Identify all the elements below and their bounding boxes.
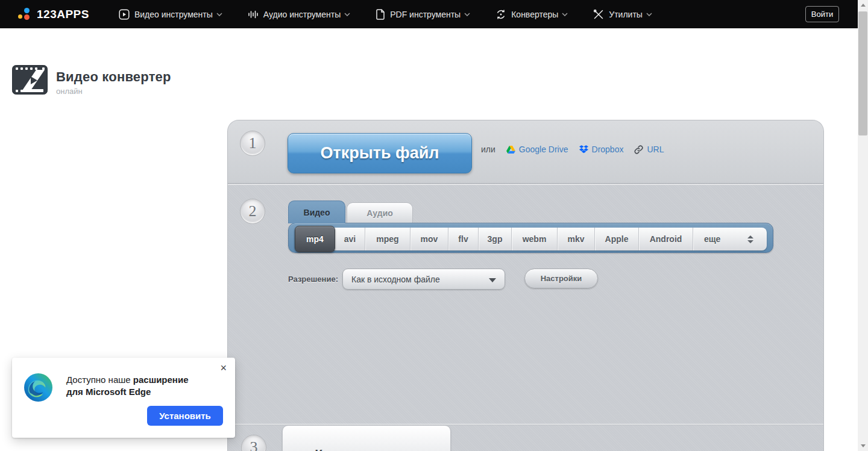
dropbox-icon <box>579 145 588 154</box>
format-bar: mp4 avi mpeg mov flv 3gp webm mkv Apple … <box>288 223 773 253</box>
dropdown-arrow-icon <box>489 278 496 282</box>
login-button[interactable]: Войти <box>805 6 839 22</box>
audio-tools-icon <box>248 9 259 20</box>
microsoft-edge-icon <box>24 373 52 402</box>
format-android[interactable]: Android <box>639 228 693 250</box>
link-icon <box>634 145 643 154</box>
popup-text-bold2: для Microsoft Edge <box>66 386 189 398</box>
nav-menu: Видео инструменты Аудио инструменты PDF … <box>106 9 665 20</box>
scroll-up-icon[interactable] <box>858 0 868 10</box>
popup-message: Доступно наше расширение для Microsoft E… <box>66 374 189 399</box>
nav-item-video-tools[interactable]: Видео инструменты <box>106 9 235 20</box>
page-subtitle: онлайн <box>56 87 171 96</box>
chevron-down-icon <box>562 13 568 16</box>
nav-item-utilities[interactable]: Утилиты <box>580 9 665 20</box>
format-webm[interactable]: webm <box>512 228 558 250</box>
popup-text-normal: Доступно наше <box>66 375 133 385</box>
format-mkv[interactable]: mkv <box>558 228 595 250</box>
video-converter-icon <box>12 65 48 97</box>
page-header: Видео конвертер онлайн <box>12 65 171 97</box>
nav-label: PDF инструменты <box>390 10 461 19</box>
resolution-label: Разрешение: <box>288 275 338 284</box>
tab-audio[interactable]: Аудио <box>347 202 413 223</box>
nav-item-pdf-tools[interactable]: PDF инструменты <box>363 9 483 20</box>
logo-text: 123APPS <box>37 8 89 21</box>
utilities-icon <box>593 9 604 20</box>
scroll-down-icon[interactable] <box>858 441 868 451</box>
converter-panel: 1 Открыть файл или Google Drive Dropbox … <box>228 120 823 451</box>
top-navbar: 123APPS Видео инструменты Аудио инструме… <box>0 0 858 28</box>
or-text: или <box>481 145 495 154</box>
nav-label: Аудио инструменты <box>263 10 341 19</box>
google-drive-link[interactable]: Google Drive <box>506 145 568 154</box>
format-flv[interactable]: flv <box>448 228 479 250</box>
format-more-label: еще <box>704 234 720 244</box>
convert-button[interactable]: Конвертировать <box>282 425 451 451</box>
format-button-row: mp4 avi mpeg mov flv 3gp webm mkv Apple … <box>295 228 767 250</box>
url-link[interactable]: URL <box>634 145 664 154</box>
nav-label: Видео инструменты <box>134 10 213 19</box>
link-label: URL <box>647 145 664 154</box>
chevron-down-icon <box>646 13 652 16</box>
scrollbar-thumb[interactable] <box>858 11 867 135</box>
video-tools-icon <box>119 9 130 20</box>
converters-icon <box>495 9 506 20</box>
format-avi[interactable]: avi <box>335 228 365 250</box>
nav-label: Конвертеры <box>511 10 558 19</box>
dropbox-link[interactable]: Dropbox <box>579 145 624 154</box>
format-mp4[interactable]: mp4 <box>295 226 335 252</box>
google-drive-icon <box>506 146 515 154</box>
step-1-badge: 1 <box>240 131 265 156</box>
tab-video[interactable]: Видео <box>288 201 345 223</box>
page-title: Видео конвертер <box>56 69 171 85</box>
nav-label: Утилиты <box>609 10 643 19</box>
nav-item-audio-tools[interactable]: Аудио инструменты <box>235 9 363 20</box>
install-button[interactable]: Установить <box>147 406 223 426</box>
edge-extension-popup: × Доступно наше расширение для Microsoft… <box>12 358 235 438</box>
resolution-value: Как в исходном файле <box>351 275 440 284</box>
format-3gp[interactable]: 3gp <box>479 228 512 250</box>
chevron-down-icon <box>344 13 350 16</box>
format-mov[interactable]: mov <box>410 228 448 250</box>
page: 123APPS Видео инструменты Аудио инструме… <box>0 0 868 451</box>
chevron-down-icon <box>216 13 222 16</box>
logo-123apps[interactable]: 123APPS <box>18 7 89 21</box>
logo-dots-icon <box>18 7 32 21</box>
resolution-select[interactable]: Как в исходном файле <box>342 269 505 290</box>
upload-sources: или Google Drive Dropbox URL <box>481 145 664 154</box>
close-icon[interactable]: × <box>220 362 227 373</box>
settings-button[interactable]: Настройки <box>524 269 598 288</box>
spinner-icon <box>747 235 753 243</box>
link-label: Dropbox <box>592 145 624 154</box>
open-file-button[interactable]: Открыть файл <box>288 133 472 173</box>
format-more[interactable]: еще <box>693 228 763 250</box>
pdf-tools-icon <box>376 9 385 20</box>
popup-text-bold: расширение <box>133 375 189 385</box>
nav-item-converters[interactable]: Конвертеры <box>483 9 580 20</box>
format-apple[interactable]: Apple <box>595 228 639 250</box>
chevron-down-icon <box>464 13 470 16</box>
scrollbar[interactable] <box>858 0 868 451</box>
link-label: Google Drive <box>519 145 568 154</box>
step-2-badge: 2 <box>240 199 265 224</box>
format-mpeg[interactable]: mpeg <box>365 228 410 250</box>
